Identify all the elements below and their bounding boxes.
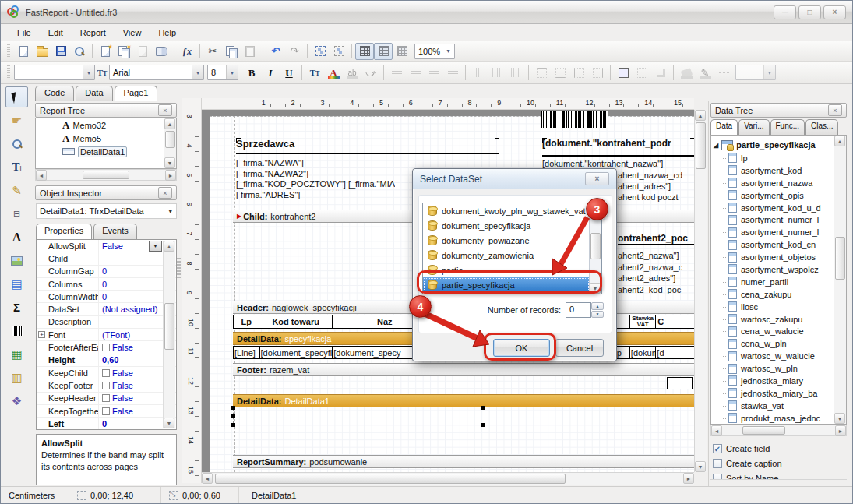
undo-button[interactable]: ↶ [266, 43, 285, 60]
canvas-hscrollbar[interactable]: ◄ ► [202, 472, 694, 485]
dataset-item[interactable]: dokument_kwoty_pln_wg_stawek_vat [423, 203, 590, 218]
scroll-left-icon[interactable]: ◄ [711, 425, 722, 436]
align-middle-button[interactable] [488, 64, 506, 81]
number-of-records-input[interactable]: 0 [566, 302, 591, 318]
report-tree-vscrollbar[interactable]: ▲ ▼ [164, 118, 176, 168]
insert-band-tool[interactable]: ⊟ [5, 203, 28, 224]
records-spinner[interactable]: ▲ ▼ [591, 302, 604, 318]
text-edit-tool[interactable]: Tǀ [5, 157, 28, 178]
scroll-thumb[interactable] [742, 426, 785, 435]
property-row[interactable]: FooterAfterEachFalse [37, 341, 176, 354]
frame-edit-button[interactable] [651, 64, 670, 81]
scroll-thumb[interactable] [164, 303, 174, 350]
checkbox-create-caption[interactable]: Create caption [713, 459, 782, 468]
property-row[interactable]: KeepHeaderFalse [37, 393, 176, 405]
data-tree-field[interactable]: asortyment_kod_cn [711, 238, 846, 251]
property-row[interactable]: KeepChildFalse [37, 367, 176, 379]
selection-handle[interactable] [481, 406, 485, 410]
frame-width-combo[interactable]: ▾ [735, 65, 776, 80]
close-icon[interactable]: × [828, 104, 842, 116]
detail-cell-cena[interactable]: [d [656, 347, 694, 358]
minimize-button[interactable]: ─ [774, 5, 796, 19]
select-tool[interactable] [5, 86, 28, 107]
scroll-thumb[interactable] [696, 122, 706, 169]
property-grid-scrollbar[interactable]: ▲ ▼ [163, 241, 175, 428]
data-tree-field[interactable]: wartosc_w_pln [711, 362, 846, 375]
italic-button[interactable]: I [261, 64, 280, 81]
barcode-object[interactable] [541, 111, 608, 128]
detail-cell-kod[interactable]: [dokument_specyfika [260, 347, 333, 358]
property-row[interactable]: Columns0 [37, 278, 176, 291]
data-tree-field[interactable]: jednostka_miary [711, 375, 846, 387]
data-tree-field[interactable]: asortyment_wspolcz [711, 263, 846, 276]
text-object-tool[interactable]: A [5, 227, 28, 248]
frame-color-button[interactable]: ✎ [696, 64, 714, 81]
font-dialog-button[interactable]: TT [305, 64, 324, 81]
expand-plus-icon[interactable]: + [38, 331, 45, 338]
tab-properties[interactable]: Properties [36, 224, 92, 239]
group-button[interactable] [311, 43, 330, 60]
data-tree-field[interactable]: produkt_masa_jednc [711, 412, 846, 425]
scroll-right-icon[interactable]: ► [165, 170, 176, 181]
scroll-thumb[interactable] [590, 233, 601, 259]
cut-button[interactable]: ✂ [203, 43, 222, 60]
memo-kontrahent-fragments[interactable]: ahent_nazwa_cd ahent_adres"] ahent kod p… [618, 170, 682, 203]
selection-handle[interactable] [481, 423, 485, 427]
expression-button[interactable]: ƒx [178, 43, 196, 60]
close-button[interactable]: × [823, 5, 846, 19]
font-name-combo[interactable]: Arial ▾ [109, 65, 204, 80]
hand-tool[interactable]: ☛ [5, 110, 28, 131]
tab-page1[interactable]: Page1 [115, 86, 158, 101]
show-grid-button[interactable] [355, 43, 374, 60]
menu-file[interactable]: File [10, 26, 38, 39]
scroll-up-icon[interactable]: ▲ [164, 118, 175, 129]
data-tree-field[interactable]: asortyment_numer_l [711, 226, 846, 238]
data-tree-field[interactable]: asortyment_opis [711, 189, 846, 202]
frame-top-button[interactable] [532, 64, 551, 81]
data-tree-hscrollbar[interactable]: ◄ ► [710, 425, 847, 436]
tab-data[interactable]: Data [76, 86, 112, 101]
ole-object-tool[interactable]: ❖ [5, 390, 28, 411]
data-tree-field[interactable]: cena_zakupu [711, 288, 846, 301]
selection-handle[interactable] [231, 423, 235, 427]
data-tree-field[interactable]: asortyment_nazwa [711, 177, 846, 189]
new-report-button[interactable] [14, 43, 33, 60]
rotation-button[interactable]: ⤻ [361, 64, 380, 81]
scroll-thumb[interactable] [83, 171, 129, 179]
property-row[interactable]: KeepTogetherFalse [37, 405, 176, 418]
data-tree-vscrollbar[interactable]: ▲ ▼ [834, 136, 846, 424]
object-selector-combo[interactable]: DetailData1: TfrxDetailData ▾ [36, 203, 177, 219]
bold-button[interactable]: B [242, 64, 261, 81]
data-tree-field[interactable]: cena_w_walucie [711, 325, 846, 337]
sum-object-tool[interactable]: Σ [5, 297, 28, 318]
scroll-right-icon[interactable]: ► [835, 425, 846, 436]
fill-color-button[interactable] [677, 64, 696, 81]
save-report-button[interactable] [51, 43, 70, 60]
data-tree-field[interactable]: ilosc [711, 301, 846, 313]
property-row[interactable]: Left0 [37, 418, 176, 430]
spin-down-icon[interactable]: ▼ [591, 311, 604, 319]
align-top-button[interactable] [469, 64, 488, 81]
detail-cell-stawka[interactable]: [dokum [630, 347, 657, 358]
align-to-grid-button[interactable] [374, 43, 393, 60]
redo-button[interactable]: ↷ [285, 43, 304, 60]
header-cell-kod[interactable]: Kod towaru [259, 315, 333, 328]
frame-right-button[interactable] [588, 64, 607, 81]
scroll-up-icon[interactable]: ▲ [834, 136, 845, 146]
preview-button[interactable] [70, 43, 89, 60]
underline-button[interactable]: U [280, 64, 298, 81]
data-tree-field[interactable]: cena_w_pln [711, 337, 846, 350]
data-tree-field[interactable]: stawka_vat [711, 400, 846, 412]
checkbox-icon[interactable]: ✓ [713, 444, 722, 453]
band-report-summary[interactable]: ReportSummary podsumowanie [233, 455, 694, 468]
tab-events[interactable]: Events [93, 224, 137, 239]
paste-button[interactable] [241, 43, 259, 60]
report-tree-hscrollbar[interactable]: ◄ ► [35, 169, 177, 181]
memo-firma-block[interactable]: [_firma."NAZWA"] [_firma."NAZWA2"] [_fir… [236, 158, 395, 200]
data-tree-field[interactable]: wartosc_w_walucie [711, 350, 846, 362]
frame-none-button[interactable] [633, 64, 651, 81]
expand-triangle-icon[interactable]: ◢ [714, 142, 718, 149]
header-cell-lp[interactable]: Lp [234, 315, 259, 328]
scroll-down-icon[interactable]: ▼ [834, 413, 845, 424]
data-tree-field[interactable]: numer_partii [711, 276, 846, 288]
